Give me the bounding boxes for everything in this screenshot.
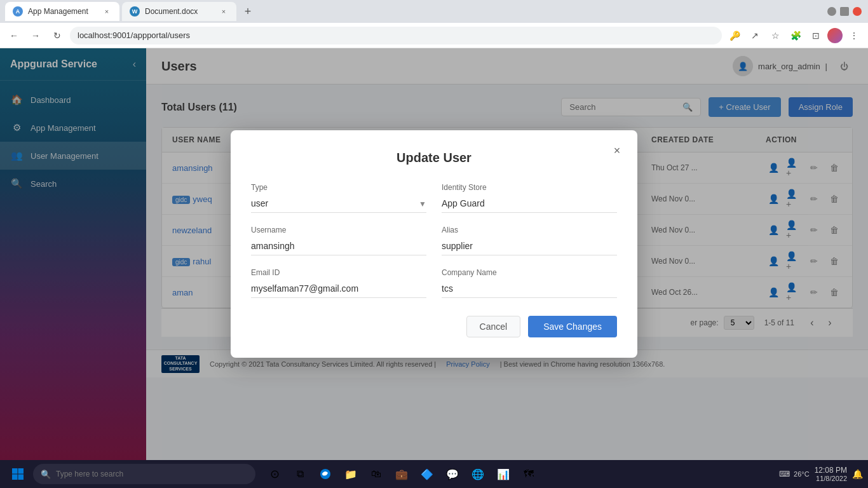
- window-minimize[interactable]: [827, 7, 836, 16]
- alias-label: Alias: [442, 226, 617, 234]
- cancel-button[interactable]: Cancel: [466, 316, 521, 337]
- modal-title: Update User: [251, 151, 617, 165]
- company-label: Company Name: [442, 268, 617, 277]
- temperature-label: 26°C: [794, 470, 810, 478]
- form-group-identity: Identity Store: [442, 183, 617, 213]
- toolbar-icons: 🔑 ↗ ☆ 🧩 ⊡ ⋮: [726, 27, 863, 44]
- form-group-company: Company Name: [442, 268, 617, 298]
- taskbar-search-box[interactable]: 🔍: [33, 464, 255, 484]
- taskbar-app-cortana[interactable]: ⊙: [263, 463, 286, 485]
- tab-close-app[interactable]: ×: [102, 6, 112, 17]
- taskbar-date: 11/8/2022: [815, 475, 847, 482]
- start-button[interactable]: [5, 461, 31, 487]
- type-label: Type: [251, 183, 426, 192]
- window-maximize[interactable]: [840, 7, 849, 16]
- form-row-type-identity: Type user admin ▼ Identity Store: [251, 183, 617, 213]
- address-bar[interactable]: [70, 27, 722, 44]
- save-changes-button[interactable]: Save Changes: [528, 316, 617, 337]
- email-input[interactable]: [251, 280, 426, 298]
- taskbar-app-chrome[interactable]: 🌐: [466, 463, 489, 485]
- taskbar-app-explorer[interactable]: 📁: [339, 463, 362, 485]
- refresh-button[interactable]: ↻: [48, 27, 66, 44]
- identity-store-input[interactable]: [442, 194, 617, 213]
- form-group-alias: Alias: [442, 226, 617, 255]
- browser-chrome: A App Management × W Document.docx × + ←…: [0, 0, 868, 48]
- company-input[interactable]: [442, 280, 617, 298]
- star-icon[interactable]: ☆: [766, 27, 784, 44]
- tab-label-doc: Document.docx: [145, 7, 198, 16]
- taskbar-app-store[interactable]: 🛍: [365, 463, 388, 485]
- new-tab-button[interactable]: +: [239, 3, 257, 20]
- taskbar-search-icon: 🔍: [41, 470, 51, 479]
- modal-close-button[interactable]: ×: [607, 140, 627, 161]
- alias-input[interactable]: [442, 237, 617, 255]
- svg-rect-1: [18, 468, 24, 474]
- share-icon[interactable]: ↗: [746, 27, 764, 44]
- taskbar-search-input[interactable]: [56, 470, 248, 478]
- taskbar-app-app4[interactable]: 🗺: [517, 463, 540, 485]
- form-group-username: Username: [251, 226, 426, 255]
- update-user-modal: × Update User Type user admin ▼ Identity…: [231, 130, 637, 358]
- taskbar-app-edge[interactable]: [314, 463, 337, 485]
- windows-logo-icon: [11, 468, 24, 480]
- browser-toolbar: ← → ↻ 🔑 ↗ ☆ 🧩 ⊡ ⋮: [0, 23, 868, 48]
- type-select[interactable]: user admin: [251, 194, 426, 213]
- username-label: Username: [251, 226, 426, 234]
- browser-profile[interactable]: [827, 28, 843, 43]
- username-input[interactable]: [251, 237, 426, 255]
- taskbar-app-app2[interactable]: 🔷: [416, 463, 438, 485]
- form-row-email-company: Email ID Company Name: [251, 268, 617, 298]
- type-select-wrapper: user admin ▼: [251, 194, 426, 213]
- identity-store-label: Identity Store: [442, 183, 617, 192]
- extension-icon[interactable]: 🧩: [787, 27, 804, 44]
- taskbar-app-taskview[interactable]: ⧉: [288, 463, 311, 485]
- tab-favicon-doc: W: [130, 6, 140, 17]
- browser-title-bar: A App Management × W Document.docx × +: [0, 0, 868, 23]
- email-label: Email ID: [251, 268, 426, 277]
- modal-footer: Cancel Save Changes: [251, 316, 617, 337]
- tab-favicon-app: A: [13, 6, 23, 17]
- browser-tab-app-management[interactable]: A App Management ×: [5, 2, 119, 21]
- browser-tab-document[interactable]: W Document.docx ×: [122, 2, 236, 21]
- key-icon[interactable]: 🔑: [726, 27, 743, 44]
- taskbar-app-app1[interactable]: 💼: [390, 463, 413, 485]
- notification-icon[interactable]: 🔔: [852, 469, 863, 479]
- back-button[interactable]: ←: [5, 27, 23, 44]
- taskbar: 🔍 ⊙ ⧉ 📁 🛍 💼 🔷 💬 🌐 📊 🗺 ⌨ 26°C 12:08 PM 11…: [0, 460, 868, 488]
- taskbar-tray: ⌨ 26°C: [779, 470, 810, 478]
- profile-view-icon[interactable]: ⊡: [807, 27, 825, 44]
- keyboard-icon: ⌨: [779, 470, 790, 478]
- menu-icon[interactable]: ⋮: [845, 27, 863, 44]
- taskbar-icons: ⊙ ⧉ 📁 🛍 💼 🔷 💬 🌐 📊 🗺: [263, 463, 540, 485]
- svg-rect-2: [12, 475, 18, 480]
- window-close[interactable]: [853, 7, 862, 16]
- form-group-type: Type user admin ▼: [251, 183, 426, 213]
- form-group-email: Email ID: [251, 268, 426, 298]
- taskbar-app-teams[interactable]: 💬: [441, 463, 464, 485]
- tab-label-app: App Management: [28, 7, 88, 16]
- forward-button[interactable]: →: [27, 27, 44, 44]
- taskbar-right: ⌨ 26°C 12:08 PM 11/8/2022 🔔: [779, 466, 863, 482]
- svg-rect-3: [18, 475, 24, 480]
- tab-close-doc[interactable]: ×: [219, 6, 229, 17]
- svg-rect-0: [12, 468, 18, 474]
- taskbar-time: 12:08 PM: [815, 466, 847, 475]
- taskbar-clock: 12:08 PM 11/8/2022: [815, 466, 847, 482]
- form-row-username-alias: Username Alias: [251, 226, 617, 255]
- taskbar-app-app3[interactable]: 📊: [492, 463, 515, 485]
